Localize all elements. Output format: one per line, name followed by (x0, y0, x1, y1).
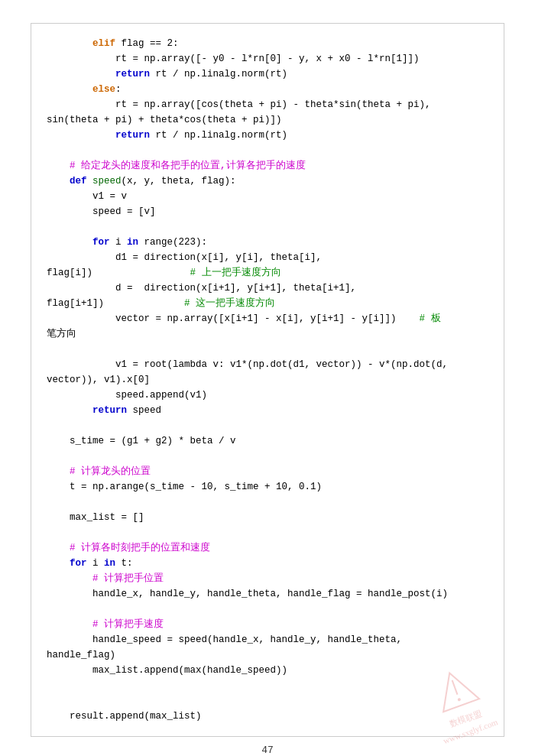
code-block: elif flag == 2: rt = np.array([- y0 - l*… (31, 23, 504, 737)
page-number: 47 (0, 745, 535, 756)
page: elif flag == 2: rt = np.array([- y0 - l*… (0, 0, 535, 756)
page-number-text: 47 (261, 745, 274, 756)
